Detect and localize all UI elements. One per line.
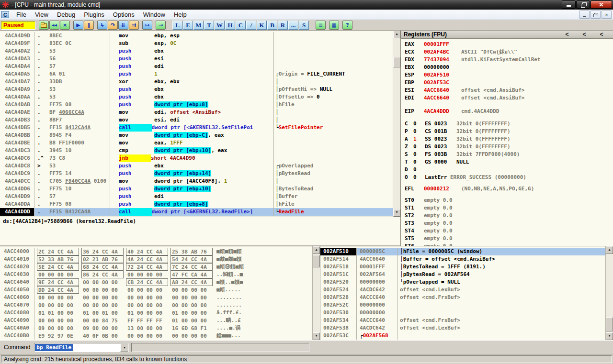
stack-row[interactable]: 002AF5100000005C│hFile = 0000005C (windo… xyxy=(320,248,606,255)
disasm-row[interactable]: 4ACA4DBB.8945 F4movdword ptr [ebp-C], ea… xyxy=(0,132,393,139)
dump-row[interactable]: 4ACC409000 00 00 0000 00 84 75FF FF FF F… xyxy=(0,317,312,324)
scroll-down-icon[interactable]: ▼ xyxy=(393,209,400,217)
view-patches-button[interactable]: / xyxy=(246,21,256,30)
register-line[interactable]: ST4empty 0.0 xyxy=(405,227,613,235)
restart-button[interactable]: ◀◀ xyxy=(49,21,59,30)
dump-row[interactable]: 4ACC401052 33 AB 7602 21 AB 764A 24 CC 4… xyxy=(0,255,312,263)
disasm-row[interactable]: 4ACA4DA3.56pushesi xyxy=(0,55,393,63)
stack-pane[interactable]: 002AF5100000005C│hFile = 0000005C (windo… xyxy=(320,246,613,340)
dump-pane[interactable]: 4ACC40002C 24 CC 4A36 24 CC 4A40 24 CC 4… xyxy=(0,246,320,340)
disasm-row[interactable]: 4ACA4DAA.53pushebx│OffsetLo => 0 xyxy=(0,93,393,101)
disasm-row[interactable]: 4ACA4DB5.FF15 8412CA4Acalldword ptr [<&K… xyxy=(0,124,393,132)
register-line[interactable]: ST5empty 0.0 xyxy=(405,235,613,243)
run-button[interactable]: ▶ xyxy=(73,21,83,30)
register-line[interactable]: D0 xyxy=(405,166,613,174)
disasm-row[interactable]: 4ACA4DB3.8BF7movesi, edi│ xyxy=(0,116,393,124)
register-line[interactable]: ST1empty 0.0 xyxy=(405,204,613,212)
disasm-row[interactable]: 4ACA4D9D.8BECmovebp, esp xyxy=(0,32,393,40)
register-line[interactable]: S0FS 003B32bit 7FFDF000(4000) xyxy=(405,151,613,158)
stack-row[interactable]: 002AF5384ACDC642offset <cmd.LexBuf> xyxy=(320,324,606,332)
menu-debug[interactable]: Debug xyxy=(53,10,79,19)
register-line[interactable]: EFL00000212(NO,NB,NE,A,NS,PO,GE,G) xyxy=(405,185,613,193)
window-minimize-button[interactable] xyxy=(562,0,576,9)
register-line[interactable]: ECX002AF4BCASCII "DfCw{鉥u\\" xyxy=(405,48,613,56)
chevron-left-icon[interactable]: < xyxy=(593,31,610,38)
child-minimize-button[interactable] xyxy=(579,11,590,19)
disasm-row[interactable]: 4ACA4DC3.3945 10cmpdword ptr [ebp+10], e… xyxy=(0,147,393,154)
register-line[interactable]: ESP002AF510 xyxy=(405,71,613,79)
register-line[interactable]: EBP002AF53C xyxy=(405,79,613,87)
dump-row[interactable]: 4ACC403000 00 00 0086 24 CC 4A00 00 00 0… xyxy=(0,271,312,278)
disasm-row[interactable]: 4ACA4DA7.33DBxorebx, ebx│ xyxy=(0,78,393,86)
scrollbar-thumb[interactable] xyxy=(606,317,613,331)
pause-button[interactable]: ‖ xyxy=(84,21,94,30)
menu-view[interactable]: View xyxy=(31,10,53,19)
stack-row[interactable]: 002AF53C┌002AF568 xyxy=(320,332,606,340)
view-log-button[interactable]: L xyxy=(172,21,182,30)
execute-till-return-button[interactable]: ↦ xyxy=(142,21,152,30)
appearance-button[interactable]: ▦ xyxy=(329,21,339,30)
register-line[interactable]: O0LastErr ERROR_SUCCESS (00000000) xyxy=(405,174,613,181)
menu-plugins[interactable]: Plugins xyxy=(79,10,109,19)
scrollbar-thumb[interactable] xyxy=(393,57,400,67)
dump-row[interactable]: 4ACC40205E 24 CC 4A68 24 CC 4A72 24 CC 4… xyxy=(0,263,312,271)
view-call-stack-button[interactable]: K xyxy=(257,21,267,30)
windows-list-button[interactable]: ≡ xyxy=(316,21,326,30)
stack-row[interactable]: 002AF51800001FFF│BytesToRead = 1FFF (819… xyxy=(320,263,606,271)
chevron-left-icon[interactable]: < xyxy=(576,31,593,38)
dump-row[interactable]: 4ACC407000 00 00 0000 00 00 0000 00 00 0… xyxy=(0,301,312,309)
register-line[interactable]: EDI4ACC6640offset <cmd.AnsiBuf> xyxy=(405,94,613,102)
chevron-down-icon[interactable]: ▼ xyxy=(120,343,128,352)
view-executables-button[interactable]: E xyxy=(183,21,193,30)
disasm-row[interactable]: 4ACA4D9F.83EC 0Csubesp, 0C xyxy=(0,40,393,47)
dump-row[interactable]: 4ACC4050DD 24 CC 4A00 00 00 0000 00 00 0… xyxy=(0,286,312,294)
step-into-button[interactable]: ↳ xyxy=(97,21,107,30)
animate-into-button[interactable]: ⇊ xyxy=(118,21,128,30)
register-line[interactable]: A1SS 002332bit 0(FFFFFFFF) xyxy=(405,135,613,143)
stack-row[interactable]: 002AF53000000000 xyxy=(320,309,606,317)
register-line[interactable]: ST0empty 0.0 xyxy=(405,197,613,204)
register-line[interactable]: Z0DS 002332bit 0(FFFFFFFF) xyxy=(405,143,613,151)
register-line[interactable]: T0GS 0000NULL xyxy=(405,158,613,166)
view-breakpoints-button[interactable]: B xyxy=(267,21,277,30)
disassembly-pane[interactable]: 4ACA4D9D.8BECmovebp, esp4ACA4D9F.83EC 0C… xyxy=(0,31,400,217)
stack-row[interactable]: 002AF5244ACDC642offset <cmd.LexBuf> xyxy=(320,286,606,294)
register-line[interactable]: EAX00001FFF xyxy=(405,41,613,48)
scroll-down-icon[interactable]: ▼ xyxy=(606,332,613,340)
window-restore-button[interactable] xyxy=(576,0,590,9)
menu-help[interactable]: Help xyxy=(170,10,191,19)
child-restore-button[interactable] xyxy=(590,11,601,19)
scroll-down-icon[interactable]: ▼ xyxy=(313,332,320,340)
disasm-row[interactable]: 4ACA4DA9.53pushebx│pOffsetHi => NULL xyxy=(0,86,393,93)
disasm-row[interactable]: 4ACA4DC8>53pushebx┌pOverlapped xyxy=(0,162,393,170)
disasm-row[interactable]: 4ACA4DAB.FF75 08pushdword ptr [ebp+8]│hF… xyxy=(0,101,393,109)
disasm-row[interactable]: 4ACA4DA4.57pushedi xyxy=(0,63,393,70)
stack-row[interactable]: 002AF52000000000└pOverlapped = NULL xyxy=(320,278,606,286)
registers-pane[interactable]: Registers (FPU) < < < EAX00001FFFECX002A… xyxy=(400,31,613,246)
run-to-user-code-button[interactable]: → xyxy=(156,21,166,30)
disasm-row[interactable]: 4ACA4DCC.C705 F840CC4A 0100movdword ptr … xyxy=(0,177,393,185)
disasm-row[interactable]: 4ACA4DD6.FF75 10pushdword ptr [ebp+10]│B… xyxy=(0,185,393,193)
dump-scrollbar[interactable]: ▲ ▼ xyxy=(312,246,320,340)
disasm-row[interactable]: 4ACA4DA2.53pushebx xyxy=(0,47,393,55)
child-close-button[interactable]: × xyxy=(602,11,612,19)
disasm-row[interactable]: 4ACA4DDD.FF15 B412CA4Acalldword ptr [<&K… xyxy=(0,208,393,216)
menu-options[interactable]: Options xyxy=(109,10,139,19)
register-line[interactable]: ST2empty 0.0 xyxy=(405,212,613,220)
disassembly-scrollbar[interactable]: ▲ ▼ xyxy=(393,31,400,217)
register-line[interactable]: EIP4ACA4DDDcmd.4ACA4DDD xyxy=(405,108,613,115)
view-source-button[interactable]: S xyxy=(299,21,309,30)
window-close-button[interactable]: ✕ xyxy=(590,0,612,9)
dump-row[interactable]: 4ACC40A009 00 00 0009 00 00 0013 00 00 0… xyxy=(0,324,312,332)
stack-row[interactable]: 002AF5344ACCC640offset <cmd.FrsBuf> xyxy=(320,317,606,324)
stack-row[interactable]: 002AF5144ACC6640│Buffer = offset <cmd.An… xyxy=(320,255,606,263)
dump-row[interactable]: 4ACC40002C 24 CC 4A36 24 CC 4A40 24 CC 4… xyxy=(0,248,312,255)
view-references-button[interactable]: R xyxy=(278,21,288,30)
menu-window[interactable]: Window xyxy=(139,10,170,19)
disasm-row[interactable]: 4ACA4DBE.B8 FF1F0000moveax, 1FFF xyxy=(0,139,393,147)
view-handles-button[interactable]: H xyxy=(225,21,235,30)
register-line[interactable]: ESI4ACC6640offset <cmd.AnsiBuf> xyxy=(405,87,613,94)
disasm-row[interactable]: 4ACA4DA5.6A 01push1┌Origin = FILE_CURREN… xyxy=(0,70,393,78)
scroll-up-icon[interactable]: ▲ xyxy=(606,246,613,254)
register-line[interactable]: ST6empty 0.0 xyxy=(405,243,613,246)
